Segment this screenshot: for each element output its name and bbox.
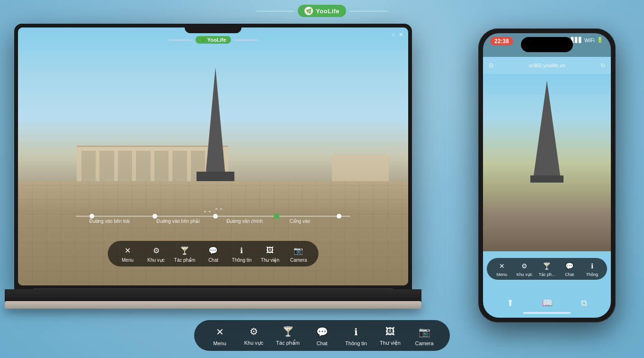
phone-toolbar-info[interactable]: ℹ Thông — [583, 261, 600, 277]
area-icon: ⚙ — [151, 245, 162, 256]
timeline-label-4: Cổng vào — [290, 219, 310, 224]
arrow-up-icon: ⌃⌃ — [214, 207, 224, 214]
timeline-label-3: Đường văn chính — [226, 219, 263, 224]
laptop-toolbar-info[interactable]: ℹ Thông tin — [231, 245, 252, 263]
top-logo-badge: 🌿 YooLife — [298, 5, 346, 17]
main-artwork-icon: 🍸 — [281, 325, 295, 338]
screen-logo-badge: 🌿 YooLife — [196, 36, 231, 44]
top-logo-text: YooLife — [316, 8, 340, 15]
laptop-menu-label: Menu — [122, 257, 134, 263]
timeline-bar[interactable] — [76, 216, 350, 217]
main-chat-label: Chat — [316, 340, 327, 346]
timeline-point-1[interactable] — [89, 214, 94, 219]
laptop-toolbar-area[interactable]: ⚙ Khu vực — [146, 245, 167, 263]
main-gallery-icon: 🖼 — [384, 325, 397, 338]
phone-toolbar: ✕ Menu ⚙ Khu vực 🍸 Tác ph... 💬 Chat — [483, 258, 611, 280]
laptop-toolbar-menu[interactable]: ✕ Menu — [117, 245, 138, 263]
phone-url-text: vr360.yoolife.vn — [496, 63, 598, 68]
phone-toolbar-inner: ✕ Menu ⚙ Khu vực 🍸 Tác ph... 💬 Chat — [487, 258, 607, 280]
logo-line-left — [256, 11, 294, 11]
laptop-toolbar-artwork[interactable]: 🍸 Tác phẩm — [174, 245, 196, 263]
main-bottom-toolbar: ✕ Menu ⚙ Khu vực 🍸 Tác phẩm 💬 Chat ℹ Thô… — [194, 320, 450, 351]
main-toolbar-artwork[interactable]: 🍸 Tác phẩm — [276, 325, 300, 346]
phone-toolbar-area[interactable]: ⚙ Khu vực — [516, 261, 533, 277]
phone-bottom-bar: ⬆ 📖 ⧉ — [483, 298, 611, 308]
close-icon[interactable]: ✕ — [399, 31, 403, 38]
laptop-screen: 🌿 YooLife ☆ ✕ — [18, 28, 408, 285]
main-artwork-label: Tác phẩm — [276, 340, 300, 346]
phone-info-icon: ℹ — [587, 261, 597, 271]
star-icon[interactable]: ☆ — [391, 31, 396, 38]
phone-share-icon[interactable]: ⬆ — [507, 298, 514, 308]
menu-icon: ✕ — [122, 245, 134, 256]
laptop-info-label: Thông tin — [232, 257, 252, 263]
main-menu-icon: ✕ — [213, 325, 226, 339]
phone-artwork-label: Tác ph... — [538, 272, 555, 277]
phone-book-icon[interactable]: 📖 — [542, 298, 553, 308]
phone-url-bar[interactable]: ⊟ vr360.yoolife.vn ↻ — [483, 57, 611, 74]
laptop-camera-label: Camera — [290, 257, 307, 263]
battery-icon: 🔋 — [597, 37, 603, 43]
monument-base — [197, 172, 234, 181]
main-toolbar-info[interactable]: ℹ Thông tin — [344, 325, 368, 346]
monument-tower — [205, 67, 226, 181]
gallery-icon: 🖼 — [264, 245, 276, 256]
phone-tower — [534, 81, 560, 175]
main-area-icon: ⚙ — [247, 325, 260, 338]
phone-chat-label: Chat — [565, 272, 574, 277]
wifi-icon: WiFi — [584, 37, 595, 43]
main-camera-label: Camera — [415, 340, 433, 346]
phone-area-label: Khu vực — [517, 272, 533, 277]
logo-leaf-icon: 🌿 — [304, 7, 313, 15]
laptop-gallery-label: Thư viện — [261, 257, 279, 263]
main-toolbar-gallery[interactable]: 🖼 Thư viện — [378, 325, 402, 346]
timeline-point-5[interactable] — [337, 214, 341, 219]
phone-toolbar-artwork[interactable]: 🍸 Tác ph... — [538, 261, 555, 277]
main-toolbar-camera[interactable]: 📷 Camera — [412, 325, 437, 346]
info-icon: ℹ — [236, 245, 247, 256]
timeline-point-2[interactable] — [152, 214, 157, 219]
phone-status-right: ▋▋▋ WiFi 🔋 — [571, 37, 603, 43]
main-area-label: Khu vực — [244, 340, 264, 346]
arrow-down-icon: ⌄⌄ — [203, 207, 212, 214]
reload-icon[interactable]: ↻ — [600, 62, 605, 69]
laptop-toolbar-camera[interactable]: 📷 Camera — [288, 245, 309, 263]
phone-area-icon: ⚙ — [519, 261, 529, 271]
phone-dynamic-island — [521, 37, 573, 52]
screen-logo-line-right — [233, 40, 257, 40]
laptop-timeline: ⌄⌄ ⌃⌃ Đường vào bên trái Đường vào bên p… — [76, 207, 350, 224]
laptop-chat-label: Chat — [208, 257, 218, 263]
timeline-labels: Đường vào bên trái Đường vào bên phải Đư… — [76, 219, 350, 224]
phone-copy-icon[interactable]: ⧉ — [581, 298, 587, 308]
phone-menu-label: Menu — [497, 272, 508, 277]
main-toolbar-menu[interactable]: ✕ Menu — [207, 325, 232, 346]
phone-device: 22:38 ▋▋▋ WiFi 🔋 ⊟ vr360.yoolife.vn ↻ — [478, 28, 616, 322]
laptop-screen-top-icons: ☆ ✕ — [391, 31, 403, 38]
chat-icon: 💬 — [207, 245, 219, 256]
signal-icon: ▋▋▋ — [571, 37, 582, 43]
timeline-arrows: ⌄⌄ ⌃⌃ — [203, 207, 224, 214]
phone-screen: 22:38 ▋▋▋ WiFi 🔋 ⊟ vr360.yoolife.vn ↻ — [483, 33, 611, 318]
phone-time: 22:38 — [491, 37, 513, 46]
phone-toolbar-menu[interactable]: ✕ Menu — [493, 261, 510, 277]
top-logo-bar: 🌿 YooLife — [256, 5, 388, 17]
laptop-monument — [204, 58, 227, 181]
logo-line-right — [350, 11, 388, 11]
timeline-point-4-active[interactable] — [274, 213, 279, 219]
main-menu-label: Menu — [213, 340, 226, 346]
timeline-label-1: Đường vào bên trái — [89, 219, 129, 224]
phone-toolbar-chat[interactable]: 💬 Chat — [561, 261, 578, 277]
main-info-icon: ℹ — [349, 325, 363, 339]
laptop-screen-frame: 🌿 YooLife ☆ ✕ — [14, 24, 412, 289]
phone-frame: 22:38 ▋▋▋ WiFi 🔋 ⊟ vr360.yoolife.vn ↻ — [478, 28, 616, 322]
main-toolbar-area[interactable]: ⚙ Khu vực — [242, 325, 266, 346]
laptop-toolbar-chat[interactable]: 💬 Chat — [203, 245, 224, 263]
main-camera-icon: 📷 — [418, 325, 431, 339]
laptop-screen-logo: 🌿 YooLife — [169, 36, 258, 44]
timeline-point-3[interactable] — [213, 214, 218, 219]
main-info-label: Thông tin — [345, 340, 367, 346]
main-toolbar-chat[interactable]: 💬 Chat — [310, 325, 334, 346]
phone-menu-icon: ✕ — [497, 261, 507, 271]
laptop-toolbar-gallery[interactable]: 🖼 Thư viện — [259, 245, 280, 263]
phone-home-indicator — [523, 312, 571, 314]
